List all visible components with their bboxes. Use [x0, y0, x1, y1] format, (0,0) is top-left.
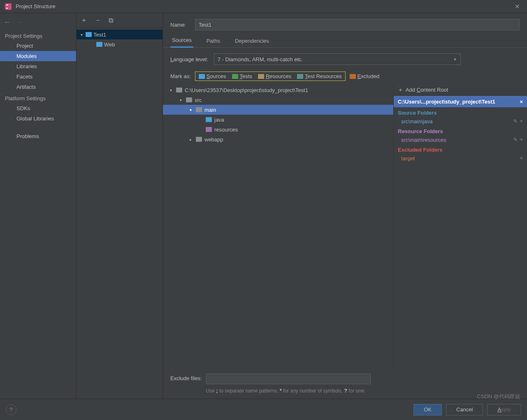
nav-item-sdks[interactable]: SDKs	[0, 103, 76, 113]
svg-rect-2	[6, 8, 8, 9]
folder-icon	[176, 88, 182, 92]
tab-sources[interactable]: Sources	[170, 35, 193, 48]
tab-paths[interactable]: Paths	[205, 35, 222, 47]
settings-nav: ← → Project Settings Project Modules Lib…	[0, 13, 77, 399]
nav-item-artifacts[interactable]: Artifacts	[0, 82, 76, 92]
folder-path: src\main\java	[401, 118, 511, 125]
window-title: Project Structure	[16, 3, 511, 9]
add-module-icon[interactable]: ＋	[81, 16, 87, 25]
nav-item-project[interactable]: Project	[0, 41, 76, 51]
mark-tests[interactable]: Tests	[232, 73, 252, 79]
svg-rect-1	[6, 5, 8, 5]
close-icon[interactable]: ×	[520, 99, 523, 105]
language-level-label: Language level:	[170, 56, 208, 62]
tab-dependencies[interactable]: Dependencies	[233, 35, 271, 47]
folder-excluded-icon	[350, 74, 356, 79]
plus-icon: ＋	[398, 86, 403, 94]
nav-item-global-libraries[interactable]: Global Libraries	[0, 113, 76, 124]
folder-icon	[206, 117, 212, 122]
folder-resources-icon	[258, 74, 264, 79]
titlebar: Project Structure ✕	[0, 0, 527, 13]
language-level-value: 7 - Diamonds, ARM, multi-catch etc.	[218, 56, 303, 62]
web-facet-icon	[96, 42, 102, 47]
module-icon	[86, 32, 92, 37]
nav-item-facets[interactable]: Facets	[0, 72, 76, 82]
mark-as-row: Mark as: SourcesTestsResourcesTest Resou…	[163, 69, 527, 84]
tree-label: java	[214, 117, 224, 123]
svg-rect-0	[5, 3, 12, 10]
tree-row[interactable]: resources	[163, 125, 393, 134]
chevron-icon[interactable]: ▾	[168, 88, 174, 92]
close-icon[interactable]: ×	[520, 118, 523, 124]
add-content-root[interactable]: ＋ Add Content Root	[394, 84, 527, 96]
module-list: ＋ － ⧉ ▾ Test1 Web	[77, 13, 163, 399]
cancel-button[interactable]: Cancel	[446, 404, 483, 415]
folder-entry[interactable]: target×	[394, 154, 527, 163]
tree-label: src	[195, 97, 202, 103]
section-header: Source Folders	[394, 107, 527, 117]
tree-label: webapp	[204, 136, 223, 143]
language-level-row: Language level: 7 - Diamonds, ARM, multi…	[163, 48, 527, 69]
tree-label: main	[204, 107, 216, 113]
content-root-path[interactable]: C:\Users\...project\study_project\Test1 …	[394, 96, 527, 107]
section-header: Excluded Folders	[394, 144, 527, 154]
forward-icon[interactable]: →	[17, 18, 24, 26]
folder-icon	[186, 97, 192, 102]
nav-item-modules[interactable]: Modules	[0, 51, 76, 61]
folder-tests-icon	[232, 74, 238, 79]
module-name-input[interactable]	[195, 19, 520, 30]
app-icon	[5, 3, 12, 10]
tree-row[interactable]: ▾main	[163, 105, 393, 115]
close-icon[interactable]: ×	[520, 137, 523, 143]
source-tree: ▾C:\Users\23537\Desktop\project\study_pr…	[163, 84, 393, 369]
back-icon[interactable]: ←	[4, 18, 11, 26]
module-label: Test1	[93, 32, 106, 38]
tree-label: C:\Users\23537\Desktop\project\study_pro…	[185, 87, 308, 93]
facet-web[interactable]: Web	[77, 39, 163, 49]
remove-module-icon[interactable]: －	[95, 16, 101, 25]
exclude-files-label: Exclude files:	[170, 374, 202, 381]
chevron-down-icon: ▼	[453, 57, 457, 62]
detail-tabs: Sources Paths Dependencies	[163, 35, 527, 48]
copy-module-icon[interactable]: ⧉	[109, 17, 113, 24]
mark-as-box: SourcesTestsResourcesTest Resources	[195, 72, 346, 81]
help-icon[interactable]: ?	[6, 404, 16, 415]
mark-resources[interactable]: Resources	[258, 73, 291, 79]
chevron-icon[interactable]: ▾	[178, 98, 183, 102]
folder-icon	[196, 107, 202, 112]
chevron-down-icon[interactable]: ▾	[79, 32, 84, 37]
facet-label: Web	[104, 42, 115, 48]
folder-entry[interactable]: src\main\resources✎×	[394, 135, 527, 144]
nav-item-problems[interactable]: Problems	[0, 131, 76, 141]
chevron-icon[interactable]: ▾	[188, 108, 193, 112]
folder-sources-icon	[199, 74, 205, 79]
ok-button[interactable]: OK	[413, 404, 442, 415]
close-icon[interactable]: ✕	[511, 3, 524, 10]
tree-row[interactable]: ▸webapp	[163, 134, 393, 144]
nav-item-libraries[interactable]: Libraries	[0, 61, 76, 72]
edit-icon[interactable]: ✎	[513, 137, 518, 143]
module-test1[interactable]: ▾ Test1	[77, 30, 163, 39]
tree-row[interactable]: ▾C:\Users\23537\Desktop\project\study_pr…	[163, 85, 393, 95]
nav-toolbar: ← →	[0, 15, 76, 30]
exclude-files-input[interactable]	[206, 374, 371, 384]
mark-test-resources[interactable]: Test Resources	[297, 73, 342, 79]
language-level-combo[interactable]: 7 - Diamonds, ARM, multi-catch etc. ▼	[214, 53, 461, 65]
mark-excluded[interactable]: Excluded	[350, 73, 379, 79]
tree-label: resources	[214, 127, 238, 133]
folder-entry[interactable]: src\main\java✎×	[394, 117, 527, 126]
exclude-files-row: Exclude files: Use ; to separate name pa…	[163, 369, 527, 399]
tree-row[interactable]: ▾src	[163, 95, 393, 105]
content-split: ▾C:\Users\23537\Desktop\project\study_pr…	[163, 84, 527, 369]
dialog-footer: ? OK Cancel Apply	[0, 399, 527, 420]
exclude-files-hint: Use ; to separate name patterns, * for a…	[206, 387, 371, 395]
edit-icon[interactable]: ✎	[513, 118, 518, 124]
dialog-body: ← → Project Settings Project Modules Lib…	[0, 13, 527, 399]
chevron-icon[interactable]: ▸	[188, 137, 193, 142]
mark-sources[interactable]: Sources	[199, 73, 226, 79]
module-detail: Name: Sources Paths Dependencies Languag…	[163, 13, 527, 399]
close-icon[interactable]: ×	[520, 155, 523, 161]
tree-row[interactable]: java	[163, 115, 393, 125]
apply-button[interactable]: Apply	[487, 404, 521, 415]
module-tree: ▾ Test1 Web	[77, 28, 163, 51]
